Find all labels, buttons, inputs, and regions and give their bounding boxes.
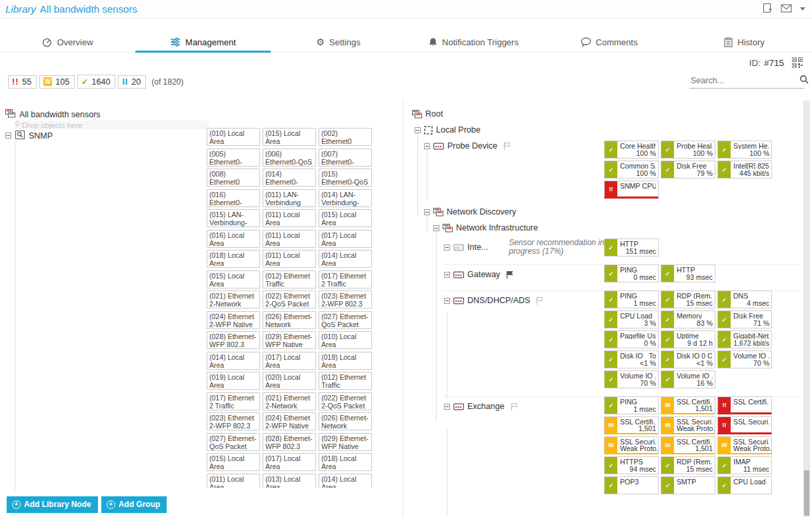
tab-history[interactable]: History [677,32,812,52]
sensor-tile[interactable]: ✓CPU Load [717,476,772,494]
tree-node-label[interactable]: Network Infrastructure [456,223,538,233]
tab-overview[interactable]: Overview [0,32,135,52]
sensor-tile[interactable]: ✓Common S...100 % [604,161,659,179]
collapse-expander[interactable] [5,133,11,139]
library-sensor-tile[interactable]: (011) Local Area [207,474,260,488]
library-sensor-tile[interactable]: (014) LAN-Verbindung-QoS [319,189,372,207]
tree-node-label[interactable]: Probe Device [447,141,497,151]
sensor-tile[interactable]: ✓Disk Free79 % [661,161,715,179]
library-sensor-tile[interactable]: (026) Ethernet-Network [263,311,316,329]
collapse-expander[interactable] [424,143,430,149]
library-sensor-tile[interactable]: (015) Local Area [263,128,316,146]
tree-node-label[interactable]: Gateway [467,270,500,279]
qr-code-icon[interactable] [792,57,803,71]
sensor-tile[interactable]: ✓DNS4 msec [717,290,772,308]
sensor-tile[interactable]: ✓PING1 msec [604,290,659,308]
sensor-tile[interactable]: ✓Volume IO ...70 % [604,370,659,388]
library-sensor-tile[interactable]: (021) Ethernet 2-Network [263,392,316,410]
tree-node-label[interactable]: Network Discovery [447,207,516,217]
status-badge-down[interactable]: !!55 [8,75,37,89]
sensor-tile[interactable]: ✓HTTP93 msec [661,264,715,282]
sensor-tile[interactable]: ✓SMTP [661,476,715,494]
collapse-expander[interactable] [415,127,421,133]
library-sensor-tile[interactable]: (012) Ethernet Traffic [319,372,372,390]
sensor-tile[interactable]: ✓Disk IO 0 C:<1 % [661,350,715,368]
tree-node-label[interactable]: Inte... [467,243,488,252]
library-sensor-tile[interactable]: (027) Ethernet-QoS Packet [207,433,260,451]
sensor-tile[interactable]: ✓Volume IO ...16 % [661,370,715,388]
sensor-tile[interactable]: WSSL Securi...Weak Proto... [604,436,659,454]
sensor-tile[interactable]: ✓IMAP11 msec [717,456,772,474]
library-sensor-tile[interactable]: (014) Local Area [319,474,372,488]
library-sensor-tile[interactable]: (022) Ethernet 2-QoS Packet [263,290,316,308]
tab-comments[interactable]: Comments [541,32,677,52]
tree-node-label[interactable]: Local Probe [436,125,481,135]
library-sensor-tile[interactable]: (029) Ethernet-WFP Native [263,331,316,349]
library-sensor-tile[interactable]: (006) Ethernet0-QoS Packet [263,149,316,167]
tab-notification-triggers[interactable]: Notification Triggers [406,32,541,52]
library-sensor-tile[interactable]: (014) Local Area [319,250,372,268]
library-sensor-tile[interactable]: (017) Ethernet 2 Traffic [319,270,372,288]
collapse-expander[interactable] [444,404,450,410]
sensor-tile[interactable]: ✓Disk IO _To...<1 % [604,350,659,368]
library-sensor-tile[interactable]: (014) Ethernet0-WFP Native [263,169,316,187]
tree-node-label[interactable]: Exchange [467,402,505,411]
library-sensor-tile[interactable]: (017) Ethernet 2 Traffic [207,392,260,410]
sensor-tile[interactable]: ✓HTTPS94 msec [604,456,659,474]
collapse-expander[interactable] [433,225,439,231]
tab-settings[interactable]: ⚙Settings [271,32,406,52]
library-sensor-tile[interactable]: (008) Ethernet0 Traffic [207,169,260,187]
collapse-expander[interactable] [444,272,450,278]
sensor-tile[interactable]: ✓Intel[R] 825...445 kbit/s [717,161,772,179]
library-sensor-tile[interactable]: (017) Local Area [319,230,372,248]
library-sensor-tile[interactable]: (028) Ethernet-WFP 802.3 [263,433,316,451]
sensor-tile[interactable]: ✓System He...100 % [717,141,772,159]
sensor-tile[interactable]: WSSL Certifi...1,501 [661,396,715,414]
sensor-tile[interactable]: ✓PING1 msec [604,396,659,414]
sensor-tile[interactable]: !!SSL Securi... [717,416,772,434]
scrollbar-thumb[interactable] [804,470,809,516]
library-sensor-tile[interactable]: (005) Ethernet0-WFP Native [207,149,260,167]
library-sensor-tile[interactable]: (028) Ethernet-WFP 802.3 [207,331,260,349]
search-input[interactable] [689,75,799,86]
sensor-tile[interactable]: WSSL Securi...Weak Proto... [717,436,772,454]
library-sensor-tile[interactable]: (010) Local Area [319,331,372,349]
sensor-tile[interactable]: ✓CPU Load3 % [604,310,659,328]
library-sensor-tile[interactable]: (017) Local Area [263,453,316,471]
library-sensor-tile[interactable]: (014) Local Area [207,352,260,370]
sensor-tile[interactable]: ✓RDP (Rem...15 msec [661,290,715,308]
library-sensor-tile[interactable]: (017) Local Area [263,352,316,370]
library-sensor-tile[interactable]: (015) LAN-Verbindung- [207,209,260,227]
sensor-tile[interactable]: ✓Memory83 % [661,310,715,328]
library-sensor-tile[interactable]: (018) Local Area [207,250,260,268]
collapse-expander[interactable] [444,298,450,304]
library-sensor-tile[interactable]: (024) Ethernet 2-WFP Native [263,412,316,430]
collapse-expander[interactable] [424,209,430,215]
library-sensor-tile[interactable]: (024) Ethernet 2-WFP Native [207,311,260,329]
email-icon[interactable] [781,3,792,15]
drop-target-hint[interactable]: Drop objects here [15,121,209,129]
tab-management[interactable]: Management [135,32,271,52]
snmp-node-label[interactable]: SNMP [29,131,53,141]
library-sensor-tile[interactable]: (012) Ethernet Traffic [263,270,316,288]
library-sensor-tile[interactable]: (007) Ethernet0-WFP 802.3 [319,149,372,167]
library-sensor-tile[interactable]: (002) Ethernet0 Traffic [319,128,372,146]
library-sensor-tile[interactable]: (011) Local Area [263,250,316,268]
library-sensor-tile[interactable]: (015) Local Area [207,270,260,288]
library-sensor-tile[interactable]: (011) Local Area [263,230,316,248]
search-icon[interactable] [799,75,809,87]
library-sensor-tile[interactable]: (011) LAN-Verbindung [263,189,316,207]
library-sensor-tile[interactable]: (016) Local Area [207,230,260,248]
sensor-tile[interactable]: ✓Pagefile Us...0 % [604,330,659,348]
library-sensor-tile[interactable]: (018) Local Area [319,352,372,370]
library-sensor-tile[interactable]: (013) Local Area [263,474,316,488]
sensor-tile[interactable]: ✓RDP (Rem...15 msec [661,456,715,474]
library-sensor-tile[interactable]: (023) Ethernet 2-WFP 802.3 [319,290,372,308]
library-sensor-tile[interactable]: (021) Ethernet 2-Network [207,290,260,308]
tree-node-label[interactable]: DNS/DHCP/ADS [467,296,530,305]
sensor-tile[interactable]: ✓Uptime9 d 12 h [661,330,715,348]
library-sensor-tile[interactable]: (020) Local Area [263,372,316,390]
vertical-scrollbar[interactable] [803,101,810,517]
sensor-tile[interactable]: ✓Gigabit-Net...1,672 kbit/s [717,330,772,348]
library-root-label[interactable]: All bandwidth sensors [19,110,101,119]
